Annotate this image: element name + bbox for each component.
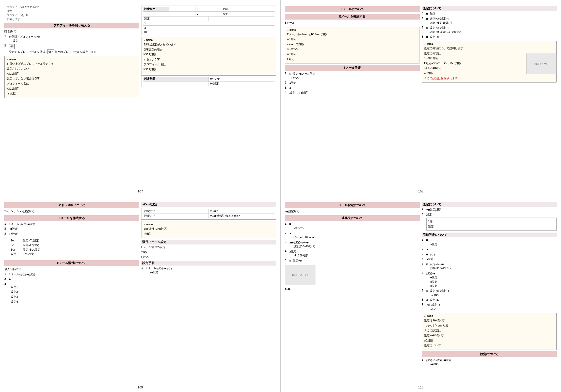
page-109-right: vCard設定 設定方法 vCard 設定方法 vCard対応→vCalenda… <box>141 201 276 387</box>
step-109-content-1: Eメール→設定→▲設定 →◉設定 <box>146 266 276 275</box>
section-address: アドレス帳について <box>4 202 139 208</box>
attach-file-1: 対応 <box>141 250 276 255</box>
phone-image-108: [画面イメージ] <box>526 54 557 74</box>
contact-content-3: ▲■→設定→◎→→◉設定後50→199対応 <box>290 240 420 249</box>
create-content-3: To設定 To設定→To設定 Cc設定→Cc設定 Bcc設定→Bcc設定 設定1… <box>9 232 139 259</box>
section-110-detail2: 詳細設定について <box>422 233 557 237</box>
memo-108-5: aG対応 <box>287 52 418 57</box>
memo-108r-1: 設定の内容について説明します <box>424 46 554 51</box>
detail2-step-7: 7 ◉→設定→◉→設定→◉→7対応 <box>422 289 557 297</box>
memo-110-4: 設定→→640対応 <box>424 333 554 338</box>
email-num-2: 2 <box>285 81 288 85</box>
section-110-detail: 設定について <box>422 202 557 207</box>
col-setting: 設定項目 <box>143 7 169 11</box>
contact-num-1: 1 <box>285 222 288 231</box>
d2-content-4: ▲設定 <box>426 257 557 262</box>
email-num-1: 1 <box>285 72 288 80</box>
cell-empty2 <box>169 12 196 16</box>
s3-content-1: 設定→◇→設定→■設定 →■対応 <box>426 358 557 367</box>
contact-step-5: 5 ⊠ 設定→◉ <box>285 259 420 263</box>
d2-num-6: 6 <box>422 271 425 288</box>
detail-step-2: 2 →■設定対応 <box>422 208 557 212</box>
page-107: ・プロフィールを変更するとPRL 番号 ・プロフィールはPRL 設定します プロ… <box>0 0 281 196</box>
email-content-2: ▲設定 <box>290 81 420 85</box>
d2-num-2: 2 <box>422 247 425 252</box>
attach-content-1: Eメール→設定→▲設定 <box>9 272 139 277</box>
memo-label-2: memo <box>146 38 153 42</box>
contact-step-3: 3 ▲■→設定→◎→→◉設定後50→199対応 <box>285 240 420 249</box>
s3-num-1: 1 <box>422 358 425 367</box>
page-110-right: 設定について 2 →■設定対応 3 設定 1件 設定 詳細設定について <box>422 201 557 387</box>
detail2-step-1: 1 ■→設定 <box>422 238 557 247</box>
detail-r1: 1件 <box>428 219 555 224</box>
to-val: 設定→To設定 <box>23 239 39 243</box>
page-num-109: 109 <box>137 386 143 389</box>
email-step-4: 4 設定してE対応 <box>285 91 420 95</box>
contact-content-4: ▲設定→P.109対応 <box>290 250 420 258</box>
d2-num-8: 8 <box>422 298 425 302</box>
address-desc: To、Cc、Bcc→設定対応 <box>4 209 139 214</box>
section-attachment: Eメール添付について <box>4 260 139 266</box>
memo-109-1: log添付→2MB対応 <box>143 227 274 231</box>
memo-title-2: ✏ memo <box>143 38 274 42</box>
memo-108-title: ✏ memo <box>287 28 418 31</box>
memo-108r-title: ✏ memo <box>424 42 554 45</box>
memo-110-5: aG対応 <box>424 338 554 343</box>
on-off-table: 設定切替 ON/OFF ON設定 <box>141 75 276 87</box>
to-label: To <box>11 239 21 243</box>
d2-num-1: 1 <box>422 238 425 247</box>
create-num-3: 3 <box>4 232 8 259</box>
memo2-item-5: プロフィール名は <box>143 62 274 67</box>
attach-step-1: 1 Eメール→設定→▲設定 <box>4 272 139 277</box>
create-step-1: 1 Eメール→設定→▲設定 <box>4 222 139 226</box>
email-content-1: ◎→設定→Eメール設定E対応 <box>290 72 420 80</box>
table-row-header: 設定項目 1 内容 <box>143 7 274 12</box>
section-108-right: 設定について <box>422 6 557 11</box>
attach-num-3: 3 <box>4 282 8 307</box>
col-empty <box>169 7 196 11</box>
page-110: メール設定について →■設定対応 連絡先について 1 ■→設定対応 2 ▲E対応… <box>281 196 561 392</box>
vcard-label-1: 設定方法 <box>143 209 209 214</box>
page-107-right: 設定項目 1 内容 2 6ケ 設定 <box>141 5 276 191</box>
cell-1: 1 <box>143 21 274 25</box>
memo-109-title: ✏ memo <box>143 223 274 226</box>
step-content-2: ON 設定するプロフィールを選択→OFF状態のプロフィールを設定します <box>9 44 139 55</box>
memo-109-label: memo <box>146 223 153 226</box>
memo-108-3: eZwebの対応 <box>287 42 418 47</box>
phone-image-110-left: [画面イメージ] <box>285 265 315 285</box>
memo-108-label: memo <box>290 28 296 31</box>
d2-content-9: →◉→設定→◉→8→9 <box>426 303 557 311</box>
detail2-step-8: 8 ◉→設定→◉ <box>422 298 557 302</box>
email-step-3: 3 ◉ <box>285 86 420 90</box>
detail2-step-9: 9 →◉→設定→◉→8→9 <box>422 303 557 311</box>
attach-r4: 設定4 <box>11 300 137 304</box>
memo-108r-label: memo <box>426 42 433 45</box>
email-step-2: 2 ▲設定 <box>285 81 420 85</box>
section-email-check: Eメールを確認する <box>285 14 420 20</box>
memo-icon-2: ✏ <box>143 38 145 42</box>
memo-item-3: M312対応 <box>7 72 137 76</box>
profile-model: M552対応 <box>4 29 139 34</box>
detail-num-3: 3 <box>422 213 425 232</box>
cell-setting: 設定 <box>143 17 209 21</box>
step-2-profile: 2 ON 設定するプロフィールを選択→OFF状態のプロフィールを設定します <box>4 44 139 55</box>
d2-num-5: 5 <box>422 262 425 271</box>
page-num-108: 108 <box>418 190 424 193</box>
attach-content-3: 設定1 設定2 設定3 設定4 <box>9 282 139 307</box>
num-7: 7 <box>422 26 425 34</box>
d2-num-4: 4 <box>422 257 425 262</box>
table-row-22: 2 <box>143 26 274 30</box>
cell-switch: 設定切替 <box>143 77 209 81</box>
email-num-4: 4 <box>285 91 288 95</box>
memo2-item-2: OFF設定の場合 <box>143 47 274 52</box>
memo-110-3: ＊この設定は <box>424 328 554 333</box>
to-cc-bcc-table: To設定→To設定 Cc設定→Cc設定 Bcc設定→Bcc設定 設定1件→設定 <box>9 237 139 258</box>
d2-content-1: ■→設定 <box>426 238 557 247</box>
attach-content-2: ◉ <box>9 277 139 282</box>
tod-text: ToD <box>285 287 420 292</box>
create-num-1: 1 <box>4 222 8 226</box>
memo-108-1: EメールをeZwebとDEZweb対応 <box>287 32 418 37</box>
attach-step-3: 3 設定1 設定2 設定3 設定4 <box>4 282 139 307</box>
memo-label-1: memo <box>9 58 16 61</box>
detail2-step-5: 5 ⊠ 設定→◎→→◉設定後50→199対応 <box>422 262 557 271</box>
